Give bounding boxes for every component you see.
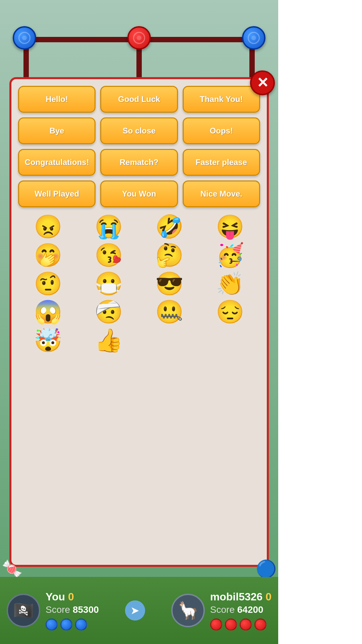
chat-btn-so-close[interactable]: So close [100, 117, 178, 144]
chat-btn-congratulations[interactable]: Congratulations! [18, 149, 96, 176]
player2-tile-2 [225, 619, 237, 631]
player1-score-label: Score [46, 604, 70, 615]
peg-red-center [127, 26, 151, 50]
peg-center-dot-center [137, 36, 141, 40]
player2-name-text: mobil5326 [210, 591, 263, 603]
quick-chat-dialog: Hello! Good Luck Thank You! Bye So close… [9, 77, 269, 567]
turn-arrow: ➤ [125, 600, 145, 621]
player1-info: 🏴‍☠️ You 0 Score 85300 [7, 591, 99, 631]
player2-details: mobil5326 0 Score 64200 [210, 591, 272, 631]
player1-name-text: You [46, 591, 65, 603]
emoji-clap[interactable]: 👏 [201, 271, 259, 296]
peg-inner-center [133, 32, 145, 44]
chat-btn-rematch[interactable]: Rematch? [100, 149, 178, 176]
emoji-bandage[interactable]: 🤕 [80, 299, 137, 324]
emoji-mask[interactable]: 😷 [80, 271, 137, 296]
emoji-sunglasses[interactable]: 😎 [141, 271, 198, 296]
player2-wins: 0 [265, 591, 272, 603]
emoji-empty-2 [201, 328, 259, 353]
chat-btn-hello[interactable]: Hello! [18, 86, 96, 113]
close-button[interactable]: ✕ [250, 70, 275, 95]
player1-tiles [46, 619, 99, 631]
chat-btn-thank-you[interactable]: Thank You! [183, 86, 260, 113]
peg-blue-left [13, 26, 36, 50]
chat-buttons-grid: Hello! Good Luck Thank You! Bye So close… [18, 86, 260, 207]
emoji-empty-1 [141, 328, 198, 353]
chat-btn-well-played[interactable]: Well Played [18, 180, 96, 207]
emoji-hand-over-mouth[interactable]: 🤭 [19, 243, 77, 268]
player1-score-value: 85300 [73, 604, 99, 615]
player2-tile-3 [240, 619, 252, 631]
emoji-angry[interactable]: 😠 [19, 214, 77, 239]
player2-name: mobil5326 0 [210, 591, 272, 603]
player2-score-label: Score [210, 604, 235, 615]
player1-avatar: 🏴‍☠️ [7, 594, 40, 627]
chat-btn-bye[interactable]: Bye [18, 117, 96, 144]
chat-btn-faster-please[interactable]: Faster please [183, 149, 260, 176]
emoji-kiss[interactable]: 😘 [80, 243, 137, 268]
player1-name: You 0 [46, 591, 99, 603]
player2-info: 🦙 mobil5326 0 Score 64200 [171, 591, 272, 631]
player2-tiles [210, 619, 272, 631]
peg-inner [18, 32, 31, 44]
emoji-party[interactable]: 🥳 [201, 243, 259, 268]
emoji-exploding-head[interactable]: 🤯 [19, 328, 77, 353]
bottom-bar: 🏴‍☠️ You 0 Score 85300 ➤ 🦙 mobil5326 [0, 577, 278, 644]
emoji-raised-eyebrow[interactable]: 🤨 [19, 271, 77, 296]
chat-btn-you-won[interactable]: You Won [100, 180, 178, 207]
emoji-rofl[interactable]: 🤣 [141, 214, 198, 239]
player1-tile-3 [75, 619, 87, 631]
peg-center-dot-right [251, 36, 256, 40]
emoji-scream[interactable]: 😱 [19, 299, 77, 324]
emoji-zipper-mouth[interactable]: 🤐 [141, 299, 198, 324]
player2-score-value: 64200 [237, 604, 263, 615]
emoji-grid: 😠 😭 🤣 😝 🤭 😘 🤔 🥳 🤨 😷 😎 👏 😱 🤕 🤐 😔 🤯 👍 [18, 214, 260, 353]
emoji-tongue[interactable]: 😝 [201, 214, 259, 239]
player1-score: Score 85300 [46, 604, 99, 615]
player2-avatar: 🦙 [171, 594, 205, 627]
emoji-thumbs-up[interactable]: 👍 [80, 328, 137, 353]
chat-btn-good-luck[interactable]: Good Luck [100, 86, 178, 113]
player1-wins: 0 [68, 591, 74, 603]
chat-btn-oops[interactable]: Oops! [183, 117, 260, 144]
player1-tile-1 [46, 619, 58, 631]
player2-tile-4 [254, 619, 266, 631]
player1-details: You 0 Score 85300 [46, 591, 99, 631]
peg-inner-right [248, 32, 260, 44]
emoji-sob[interactable]: 😭 [80, 214, 137, 239]
peg-center-dot [22, 36, 27, 40]
emoji-thinking[interactable]: 🤔 [141, 243, 198, 268]
emoji-sad[interactable]: 😔 [201, 299, 259, 324]
player1-tile-2 [60, 619, 72, 631]
snack-decoration-left: 🍬 [2, 559, 22, 579]
close-icon: ✕ [257, 76, 268, 90]
player2-tile-1 [210, 619, 222, 631]
chat-btn-nice-move[interactable]: Nice Move. [183, 180, 260, 207]
snack-decoration-right: 🔵 [256, 559, 277, 579]
peg-blue-right [242, 26, 265, 50]
player2-score: Score 64200 [210, 604, 272, 615]
